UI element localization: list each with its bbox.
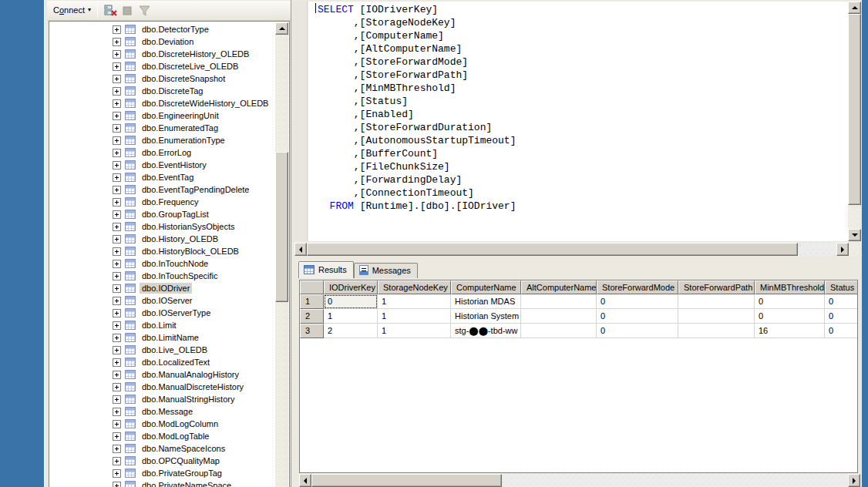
expand-plus-icon[interactable]	[113, 395, 121, 404]
tree-item[interactable]: dbo.Deviation	[49, 35, 275, 48]
tree-item[interactable]: dbo.DiscreteTag	[49, 85, 275, 97]
grid-column-header[interactable]: StorageNodeKey	[378, 280, 451, 294]
row-number-cell[interactable]: 1	[300, 294, 324, 309]
grid-cell[interactable]: 0	[825, 294, 858, 309]
tree-item[interactable]: dbo.IOServerType	[49, 307, 275, 319]
row-number-cell[interactable]: 2	[300, 309, 324, 324]
grid-column-header[interactable]: AltComputerName	[521, 280, 597, 294]
grid-corner-cell[interactable]	[300, 280, 324, 294]
tree-item[interactable]: dbo.ManualAnalogHistory	[49, 368, 275, 381]
grid-cell[interactable]: Historian MDAS	[451, 294, 521, 309]
expand-plus-icon[interactable]	[113, 99, 121, 108]
tab-messages[interactable]: Messages	[354, 263, 418, 278]
connect-button[interactable]: Connect ▾	[47, 3, 96, 18]
tree-item[interactable]: dbo.PrivateNameSpace	[49, 479, 275, 487]
scrollbar-thumb[interactable]	[311, 474, 502, 487]
row-number-cell[interactable]: 3	[300, 324, 324, 338]
expand-plus-icon[interactable]	[113, 482, 121, 487]
expand-plus-icon[interactable]	[113, 371, 121, 379]
tree-item[interactable]: dbo.ErrorLog	[49, 146, 275, 159]
grid-column-header[interactable]: StoreForwardPath	[678, 280, 755, 294]
tree-item[interactable]: dbo.EnumeratedTag	[49, 122, 275, 134]
expand-plus-icon[interactable]	[113, 136, 121, 145]
tree-item[interactable]: dbo.DetectorType	[49, 23, 275, 35]
expand-plus-icon[interactable]	[113, 408, 121, 416]
expand-plus-icon[interactable]	[113, 260, 121, 268]
expand-plus-icon[interactable]	[113, 334, 121, 342]
expand-plus-icon[interactable]	[113, 297, 121, 305]
expand-plus-icon[interactable]	[113, 50, 121, 59]
scroll-left-button[interactable]	[294, 243, 307, 256]
expand-plus-icon[interactable]	[113, 420, 121, 428]
tree-item[interactable]: dbo.IOServer	[49, 294, 275, 307]
tree-item[interactable]: dbo.HistorianSysObjects	[49, 220, 275, 233]
expand-plus-icon[interactable]	[113, 358, 121, 367]
scrollbar-thumb[interactable]	[307, 243, 798, 256]
tree-item[interactable]: dbo.InTouchSpecific	[49, 270, 275, 282]
grid-cell[interactable]: 0	[755, 294, 825, 309]
expand-plus-icon[interactable]	[113, 445, 121, 453]
tree-vertical-scrollbar[interactable]	[275, 22, 288, 487]
expand-plus-icon[interactable]	[113, 186, 121, 194]
expand-plus-icon[interactable]	[113, 62, 121, 71]
grid-cell[interactable]: 0	[324, 294, 378, 309]
tree-item[interactable]: dbo.NameSpaceIcons	[49, 442, 275, 455]
scroll-right-button[interactable]	[836, 243, 849, 256]
editor-selection-margin[interactable]	[292, 2, 308, 241]
tree-item[interactable]: dbo.InTouchNode	[49, 257, 275, 270]
expand-plus-icon[interactable]	[113, 284, 121, 293]
tab-results[interactable]: Results	[298, 261, 354, 278]
grid-column-header[interactable]: Status	[825, 280, 858, 294]
expand-plus-icon[interactable]	[113, 198, 121, 207]
expand-plus-icon[interactable]	[113, 272, 121, 280]
expand-plus-icon[interactable]	[113, 210, 121, 219]
expand-plus-icon[interactable]	[113, 112, 121, 120]
expand-plus-icon[interactable]	[113, 223, 121, 231]
grid-column-header[interactable]: StoreForwardMode	[597, 280, 678, 294]
tree-item[interactable]: dbo.GroupTagList	[49, 208, 275, 220]
expand-plus-icon[interactable]	[113, 383, 121, 391]
tree-item[interactable]: dbo.Message	[49, 405, 275, 418]
tree-item[interactable]: dbo.DiscreteHistory_OLEDB	[49, 48, 275, 60]
editor-horizontal-scrollbar[interactable]	[294, 243, 849, 256]
tree-item[interactable]: dbo.HistoryBlock_OLEDB	[49, 245, 275, 257]
tree-item[interactable]: dbo.IODriver	[49, 282, 275, 294]
grid-cell[interactable]	[678, 324, 755, 338]
expand-plus-icon[interactable]	[113, 161, 121, 170]
grid-cell[interactable]	[521, 309, 597, 324]
grid-cell[interactable]: 1	[378, 309, 451, 324]
tree-item[interactable]: dbo.DiscreteWideHistory_OLEDB	[49, 97, 275, 109]
expand-plus-icon[interactable]	[113, 309, 121, 317]
tree-item[interactable]: dbo.History_OLEDB	[49, 233, 275, 245]
grid-column-header[interactable]: MinMBThreshold	[755, 280, 825, 294]
tree-item[interactable]: dbo.EngineeringUnit	[49, 109, 275, 122]
tree-item[interactable]: dbo.PrivateGroupTag	[49, 467, 275, 479]
tree-item[interactable]: dbo.Limit	[49, 319, 275, 331]
expand-plus-icon[interactable]	[113, 25, 121, 34]
tree-item[interactable]: dbo.OPCQualityMap	[49, 455, 275, 467]
filter-button[interactable]	[136, 3, 153, 18]
tree-item[interactable]: dbo.ModLogTable	[49, 430, 275, 442]
tree-item[interactable]: dbo.LimitName	[49, 331, 275, 344]
expand-plus-icon[interactable]	[113, 247, 121, 256]
scroll-left-button[interactable]	[299, 474, 311, 487]
editor-vertical-scrollbar[interactable]	[848, 2, 861, 241]
grid-cell[interactable]: Historian System	[451, 309, 521, 324]
grid-cell[interactable]	[678, 309, 755, 324]
grid-cell[interactable]: 0	[825, 309, 858, 324]
scrollbar-thumb[interactable]	[848, 14, 861, 205]
stop-button[interactable]	[119, 3, 136, 18]
expand-plus-icon[interactable]	[113, 457, 121, 465]
tree-item[interactable]: dbo.ManualStringHistory	[49, 393, 275, 405]
expand-plus-icon[interactable]	[113, 469, 121, 478]
grid-cell[interactable]	[521, 324, 597, 338]
grid-cell[interactable]: 1	[378, 324, 451, 338]
tree-item[interactable]: dbo.EventHistory	[49, 159, 275, 171]
tree-item[interactable]: dbo.Frequency	[49, 196, 275, 208]
grid-cell[interactable]	[678, 294, 755, 309]
scroll-down-button[interactable]	[848, 229, 861, 241]
grid-cell[interactable]: 0	[597, 324, 678, 338]
expand-plus-icon[interactable]	[113, 38, 121, 46]
grid-cell[interactable]: 2	[324, 324, 378, 338]
tree-item[interactable]: dbo.ManualDiscreteHistory	[49, 381, 275, 393]
